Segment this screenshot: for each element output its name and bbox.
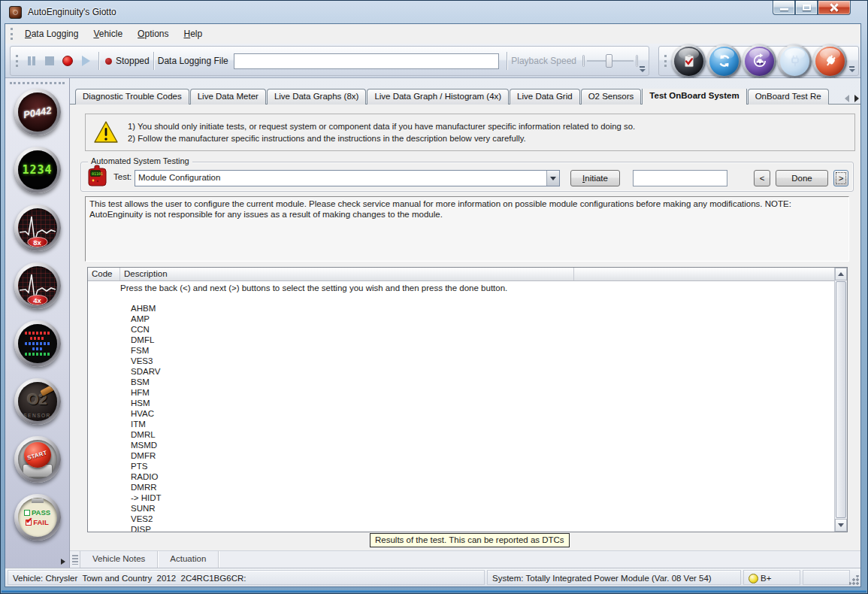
menu-grip[interactable] <box>11 28 13 40</box>
playback-speed-slider[interactable] <box>582 53 638 69</box>
combo-dropdown-button[interactable] <box>546 171 559 186</box>
scrollbar-thumb[interactable] <box>836 281 846 518</box>
fail-text: FAIL <box>33 518 49 526</box>
tab[interactable]: Live Data Grid <box>510 89 580 105</box>
scroll-up-button[interactable] <box>835 268 847 280</box>
list-item[interactable]: HSM <box>88 398 834 408</box>
report-button[interactable] <box>672 44 706 78</box>
toolbar-separator <box>153 52 154 70</box>
initiate-button[interactable]: Initiate <box>570 170 620 186</box>
list-item[interactable]: SUNR <box>88 503 834 514</box>
tab-strip: Diagnostic Trouble CodesLive Data MeterL… <box>75 86 860 105</box>
record-button[interactable] <box>59 53 76 69</box>
maximize-button[interactable] <box>795 1 818 15</box>
start-text: START <box>26 449 47 461</box>
toolbar-overflow-button[interactable] <box>639 66 646 73</box>
list-item[interactable]: DMRR <box>88 482 834 492</box>
sync-button[interactable] <box>707 44 741 78</box>
menu-item[interactable]: Help <box>176 25 210 43</box>
connection-toolbar <box>658 46 859 76</box>
tab-scroll-left-icon[interactable] <box>845 95 849 102</box>
sidebar-button-dtc[interactable]: P0442 <box>14 89 61 135</box>
sidebar-button-test-results[interactable]: PASS ✔FAIL <box>14 494 61 541</box>
sidebar-button-start-test[interactable]: START <box>14 436 61 483</box>
list-item[interactable]: DMFL <box>88 335 834 345</box>
test-onboard-panel: 1) You should only initiate tests, or re… <box>70 104 860 550</box>
scroll-down-button[interactable] <box>835 519 847 532</box>
list-item[interactable]: AHBM <box>88 303 834 314</box>
module-icon: 01101 <box>87 165 107 188</box>
test-select[interactable]: Module Configuration <box>135 170 560 186</box>
o2-sensor-part-icon <box>40 384 56 396</box>
list-item[interactable]: DISP <box>88 524 834 532</box>
module-list: AHBMAMPCCNDMFLFSMVES3SDARVBSMHFMHSMHVACI… <box>88 303 834 532</box>
list-item[interactable]: PTS <box>88 461 834 471</box>
titlebar[interactable]: AutoEnginuity's Giotto <box>1 1 867 23</box>
sidebar-button-graphs-8x[interactable]: 8x <box>14 205 61 251</box>
tab[interactable]: OnBoard Test Re <box>748 89 829 105</box>
list-item[interactable]: MSMD <box>88 440 834 450</box>
bottom-tab[interactable]: Actuation <box>158 551 219 568</box>
toolbar-overflow-button[interactable] <box>848 66 856 73</box>
pause-button[interactable] <box>23 53 40 69</box>
minimize-button[interactable] <box>773 1 795 15</box>
vehicle-sync-button[interactable] <box>742 44 776 78</box>
disconnect-plug-icon <box>822 53 839 69</box>
tab[interactable]: Live Data Meter <box>190 89 266 105</box>
list-item[interactable]: -> HIDT <box>88 492 834 503</box>
sidebar-button-graphs-4x[interactable]: 4x <box>14 262 61 309</box>
list-item[interactable]: SDARV <box>88 366 834 377</box>
menu-item[interactable]: Vehicle <box>86 25 130 43</box>
back-button[interactable]: < <box>754 170 770 186</box>
app-logo-icon <box>9 6 22 19</box>
connect-button[interactable] <box>778 44 812 78</box>
list-item[interactable]: VES2 <box>88 514 834 524</box>
resize-grip[interactable] <box>849 575 859 585</box>
tab[interactable]: O2 Sensors <box>581 89 642 105</box>
slider-thumb[interactable] <box>606 54 612 68</box>
test-parameter-input[interactable] <box>633 170 727 186</box>
list-item[interactable]: RADIO <box>88 471 834 482</box>
menu-item[interactable]: Data Logging <box>17 25 86 43</box>
list-item[interactable]: AMP <box>88 314 834 324</box>
menu-bar: Data LoggingVehicleOptionsHelp <box>5 24 860 44</box>
results-table-body: Press the back (<) and next (>) buttons … <box>88 281 834 532</box>
list-item[interactable]: VES3 <box>88 356 834 366</box>
tab[interactable]: Live Data Graphs (8x) <box>267 89 367 105</box>
list-item[interactable]: HFM <box>88 387 834 398</box>
column-header-code[interactable]: Code <box>88 268 120 280</box>
chevron-down-icon <box>550 177 556 180</box>
menu-item[interactable]: Options <box>130 25 176 43</box>
column-header-description[interactable]: Description <box>120 268 574 280</box>
done-button[interactable]: Done <box>776 170 828 186</box>
list-item[interactable]: DMRL <box>88 429 834 440</box>
list-item[interactable]: BSM <box>88 377 834 387</box>
toolbar-grip[interactable] <box>664 55 667 67</box>
list-item[interactable]: FSM <box>88 345 834 356</box>
sidebar-button-o2-sensors[interactable]: O2 SENSOR <box>14 378 61 425</box>
sidebar-button-live-meter[interactable]: 1234 <box>14 147 61 193</box>
list-item[interactable]: CCN <box>88 324 834 335</box>
tab[interactable]: Test OnBoard System <box>642 89 746 105</box>
tab[interactable]: Live Data Graph / Histogram (4x) <box>367 89 509 105</box>
sidebar-button-data-grid[interactable] <box>14 320 61 367</box>
tab[interactable]: Diagnostic Trouble Codes <box>75 89 189 105</box>
data-logging-file-input[interactable] <box>234 53 499 69</box>
list-item[interactable]: DMFR <box>88 450 834 461</box>
list-item[interactable]: HVAC <box>88 408 834 419</box>
play-button[interactable] <box>77 53 94 69</box>
tab-scroll-right-icon[interactable] <box>854 95 859 102</box>
sidebar-grip[interactable] <box>10 82 65 84</box>
bottom-tab[interactable]: Vehicle Notes <box>80 551 158 568</box>
record-icon <box>62 56 73 66</box>
test-select-value: Module Configuration <box>135 171 546 186</box>
next-button[interactable]: > <box>833 170 848 186</box>
sidebar-expand-icon[interactable] <box>61 559 65 565</box>
vertical-scrollbar[interactable] <box>834 268 847 532</box>
column-header-blank[interactable] <box>574 268 847 280</box>
close-button[interactable] <box>818 1 851 15</box>
disconnect-button[interactable] <box>813 44 847 78</box>
stop-button[interactable] <box>41 53 58 69</box>
list-item[interactable]: ITM <box>88 419 834 429</box>
toolbar-grip[interactable] <box>16 55 18 67</box>
